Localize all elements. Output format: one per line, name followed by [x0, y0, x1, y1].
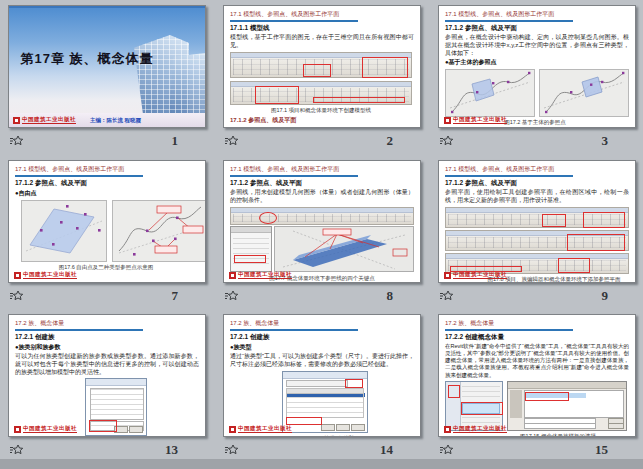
revit-screenshot — [230, 207, 414, 273]
highlight-circle — [259, 212, 277, 224]
publisher-name: 中国建筑工业出版社 — [453, 116, 507, 124]
highlight-box — [461, 402, 503, 415]
revit-ribbon-screenshot-1 — [445, 207, 629, 228]
publisher-name: 中国建筑工业出版社 — [238, 425, 292, 433]
slide-thumbnail-1[interactable]: 第17章 族、概念体量 中国建筑工业出版社 主编：陈长流 程晓霞 — [8, 5, 206, 128]
bullet-item: ●基于主体的参照点 — [445, 58, 629, 67]
content-slide: 17.1 模型线、参照点、线及图形工作平面 17.1.2 参照点、线及平面 ●自… — [9, 161, 205, 282]
slide-meta-row: 13 — [8, 441, 204, 459]
highlight-box — [558, 258, 590, 273]
slide-thumbnail-9[interactable]: 17.1 模型线、参照点、线及图形工作平面 17.1.2 参照点、线及平面 参照… — [438, 160, 636, 283]
header-rule — [230, 329, 358, 331]
subsection-heading: 17.2.1 创建族 — [15, 333, 199, 342]
title-slide-footer-band: 中国建筑工业出版社 主编：陈长流 程晓霞 — [9, 113, 205, 127]
animation-star-icon[interactable] — [8, 290, 23, 302]
publisher-name: 中国建筑工业出版社 — [453, 425, 507, 433]
animation-star-icon[interactable] — [438, 290, 453, 302]
slide-thumbnail-15[interactable]: 17.2 族、概念体量 17.2.2 创建概念体量 在Revit软件“新建”命令… — [438, 314, 636, 437]
publisher-name: 中国建筑工业出版社 — [22, 116, 76, 124]
subsection-heading: 17.1.2 参照点、线及平面 — [445, 179, 629, 188]
revit-ribbon-screenshot-3 — [445, 253, 629, 274]
properties-palette — [230, 226, 272, 272]
section-header: 17.1 模型线、参照点、线及图形工作平面 — [445, 165, 629, 174]
slide-number: 7 — [172, 288, 205, 304]
family-types-dialog — [282, 371, 368, 433]
dialog-title-bar — [86, 379, 146, 386]
publisher-logo-icon — [229, 272, 236, 279]
bullet-item: ●族类别和族参数 — [15, 343, 199, 352]
spline-with-plane-graphic — [446, 70, 534, 116]
highlight-box — [255, 86, 299, 104]
content-slide: 17.2 族、概念体量 17.2.1 创建族 ●族类别和族参数 可以为任何族类型… — [9, 315, 205, 436]
publisher-name: 中国建筑工业出版社 — [453, 271, 507, 279]
massing-form-graphic — [275, 227, 413, 271]
slide-meta-row: 1 — [8, 132, 204, 150]
slide-meta-row: 15 — [438, 441, 634, 459]
slide-thumbnail-2[interactable]: 17.1 模型线、参照点、线及图形工作平面 17.1.1 模型线 模型线，基于工… — [223, 5, 421, 128]
animation-star-icon[interactable] — [8, 444, 23, 456]
slide-meta-row: 2 — [223, 132, 419, 150]
subsection-heading: 17.1.2 参照点、线及平面 — [230, 179, 414, 188]
highlight-box — [362, 57, 408, 78]
dialog-title-bar — [283, 372, 367, 379]
cancel-button — [336, 424, 350, 431]
header-rule — [445, 329, 573, 331]
slide-meta-row: 7 — [8, 287, 204, 305]
header-rule — [230, 175, 358, 177]
revit-ribbon-screenshot-2 — [230, 81, 412, 105]
ok-button — [321, 424, 335, 431]
animation-star-icon[interactable] — [8, 135, 23, 147]
animation-star-icon[interactable] — [223, 135, 238, 147]
publisher-logo: 中国建筑工业出版社 — [229, 425, 292, 433]
slide-number: 1 — [172, 133, 205, 149]
publisher-logo: 中国建筑工业出版社 — [14, 271, 77, 279]
highlight-box — [313, 97, 405, 103]
slide-meta-row: 3 — [438, 132, 634, 150]
reference-point-figure-left — [445, 69, 535, 117]
slide-number: 14 — [380, 442, 419, 458]
palette-header — [231, 227, 271, 233]
highlight-box — [303, 64, 331, 77]
body-text: 在Revit软件“新建”命令中提供了“概念体量”工具，“概念体量”工具具有较大的… — [445, 343, 629, 379]
section-header: 17.2 族、概念体量 — [445, 319, 629, 328]
publisher-logo-icon — [444, 272, 451, 279]
body-text: 模型线，基于工作平面的图元，存在于三维空间且在所有视图中都可见。 — [230, 34, 414, 50]
slide-thumbnail-8[interactable]: 17.1 模型线、参照点、线及图形工作平面 17.1.2 参照点、线及平面 参照… — [223, 160, 421, 283]
animation-star-icon[interactable] — [438, 444, 453, 456]
building-photo-tower-2 — [169, 53, 205, 115]
file-list — [524, 390, 624, 418]
slide-thumbnail-13[interactable]: 17.2 族、概念体量 17.2.1 创建族 ●族类别和族参数 可以为任何族类型… — [8, 314, 206, 437]
section-header: 17.1 模型线、参照点、线及图形工作平面 — [230, 165, 414, 174]
content-slide: 17.2 族、概念体量 17.2.1 创建族 ●族类型 通过“族类型”工具，可以… — [224, 315, 420, 436]
slide-thumbnail-14[interactable]: 17.2 族、概念体量 17.2.1 创建族 ●族类型 通过“族类型”工具，可以… — [223, 314, 421, 437]
figure-caption: 图17.14 族类型对话框 — [270, 435, 390, 437]
animation-star-icon[interactable] — [223, 290, 238, 302]
figure-caption: 图17.6 自由点及三种类型参照点示意图 — [15, 264, 197, 271]
highlight-box — [448, 385, 460, 398]
bullet-item: ●族类型 — [230, 343, 414, 352]
chapter-title: 第17章 族、概念体量 — [9, 50, 165, 68]
figure-row — [445, 381, 629, 431]
body-text: 参照点，在概念设计中驱动构建、定向，以及控制某些几何图形。根据其在概念设计环境中… — [445, 34, 629, 57]
animation-star-icon[interactable] — [438, 135, 453, 147]
highlight-box — [567, 234, 625, 251]
header-rule — [15, 329, 143, 331]
filetype-field — [524, 423, 596, 429]
type-name-field — [286, 380, 348, 387]
dialog-path-bar — [508, 382, 626, 389]
animation-star-icon[interactable] — [223, 444, 238, 456]
point-types-annotated-figure — [112, 200, 206, 262]
slide-thumbnail-7[interactable]: 17.1 模型线、参照点、线及图形工作平面 17.1.2 参照点、线及平面 ●自… — [8, 160, 206, 283]
family-category-dialog — [85, 378, 147, 436]
highlight-box — [583, 212, 625, 228]
slide-number: 8 — [387, 288, 420, 304]
highlight-box — [345, 379, 363, 388]
content-slide: 17.1 模型线、参照点、线及图形工作平面 17.1.1 模型线 模型线，基于工… — [224, 6, 420, 127]
apply-button — [351, 424, 365, 431]
publisher-logo-icon — [229, 426, 236, 433]
slide-thumbnail-3[interactable]: 17.1 模型线、参照点、线及图形工作平面 17.1.2 参照点、线及平面 参照… — [438, 5, 636, 128]
revit-ribbon-strip — [230, 207, 414, 225]
highlight-box — [286, 417, 322, 425]
slide-number: 13 — [165, 442, 204, 458]
bullet-item: ●自由点 — [15, 189, 199, 198]
